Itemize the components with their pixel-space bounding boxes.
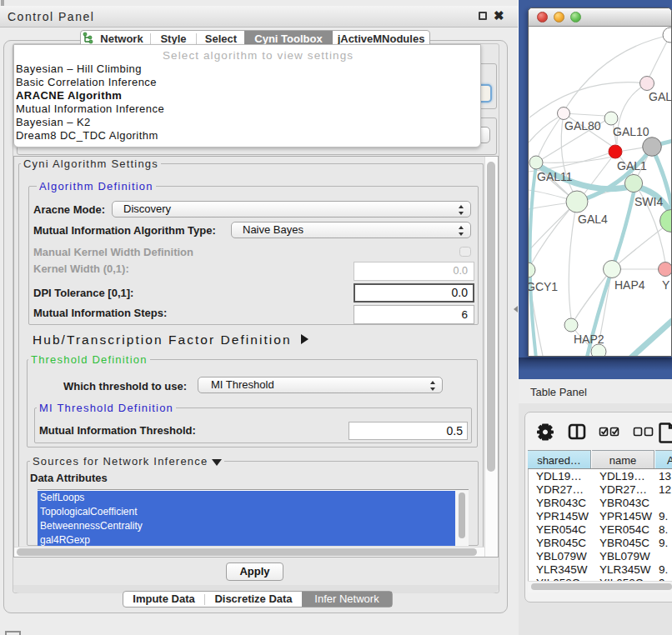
svg-text:GAL1: GAL1 <box>617 159 647 172</box>
svg-text:GAL: GAL <box>649 90 671 103</box>
svg-text:SWI4: SWI4 <box>634 195 663 208</box>
svg-text:HAP4: HAP4 <box>614 278 645 292</box>
svg-text:HAP2: HAP2 <box>574 332 604 346</box>
svg-text:GAL10: GAL10 <box>613 125 649 138</box>
svg-text:GAL4: GAL4 <box>578 212 608 226</box>
svg-text:GAL11: GAL11 <box>537 170 573 183</box>
svg-text:GCY1: GCY1 <box>529 280 558 293</box>
svg-text:GAL80: GAL80 <box>564 119 601 132</box>
svg-text:Y: Y <box>662 278 670 292</box>
